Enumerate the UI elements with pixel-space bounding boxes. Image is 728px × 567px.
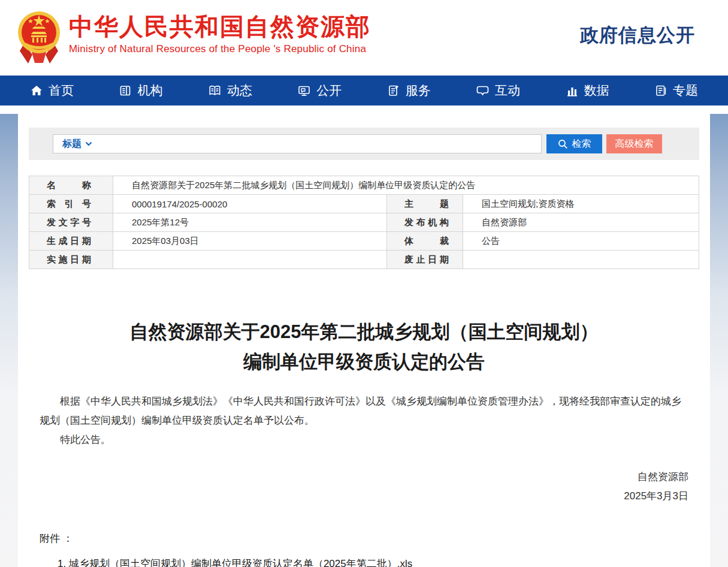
search-button[interactable]: 检索	[546, 134, 602, 153]
site-subtitle: Ministry of Natural Resources of the Peo…	[69, 43, 371, 55]
news-icon	[208, 84, 222, 97]
nav-item-disclosure[interactable]: 公开	[297, 82, 342, 99]
meta-label-index-number: 索引号	[29, 195, 113, 213]
nav-item-home[interactable]: 首页	[30, 82, 74, 99]
search-input[interactable]	[98, 135, 541, 153]
site-header: 中华人民共和国自然资源部 Ministry of Natural Resourc…	[0, 0, 728, 76]
meta-label-doc-number: 发文字号	[29, 213, 113, 232]
nav-label: 首页	[49, 82, 74, 99]
data-icon	[566, 84, 579, 97]
table-row: 索引号 000019174/2025-00020 主题 国土空间规划;资质资格	[29, 195, 699, 213]
meta-value-created-date: 2025年03月03日	[113, 232, 387, 251]
nav-item-organization[interactable]: 机构	[119, 82, 162, 99]
national-emblem-logo	[17, 8, 61, 68]
interaction-icon	[476, 84, 490, 97]
announcement-article: 自然资源部关于2025年第二批城乡规划（国土空间规划）编制单位甲级资质认定的公告…	[18, 317, 710, 567]
meta-value-doc-number: 2025年第12号	[113, 213, 387, 232]
meta-label-created-date: 生成日期	[29, 232, 113, 251]
search-field-label: 标题	[62, 138, 81, 150]
page-title: 自然资源部关于2025年第二批城乡规划（国土空间规划）编制单位甲级资质认定的公告	[128, 317, 601, 376]
table-row: 实施日期 废止日期	[29, 251, 699, 269]
attachments-section: 附件 ： 1. 城乡规划（国土空间规划）编制单位甲级资质认定名单（2025年第二…	[40, 530, 688, 567]
search-field-selector[interactable]: 标题	[53, 138, 98, 150]
signature-date: 2025年3月3日	[40, 487, 688, 506]
search-icon	[558, 139, 568, 149]
article-paragraph: 根据《中华人民共和国城乡规划法》《中华人民共和国行政许可法》以及《城乡规划编制单…	[40, 392, 688, 430]
nav-item-interaction[interactable]: 互动	[476, 82, 520, 99]
nav-label: 机构	[137, 82, 162, 99]
nav-label: 专题	[673, 82, 698, 99]
meta-label-issuing-agency: 发布机构	[387, 213, 463, 232]
nav-label: 公开	[316, 82, 342, 99]
meta-label-repeal-date: 废止日期	[387, 251, 463, 269]
table-row: 名称 自然资源部关于2025年第二批城乡规划（国土空间规划）编制单位甲级资质认定…	[29, 176, 699, 195]
organization-icon	[119, 84, 132, 97]
meta-value-index-number: 000019174/2025-00020	[113, 195, 387, 213]
meta-value-issuing-agency: 自然资源部	[463, 213, 699, 232]
attachment-link-1[interactable]: 1. 城乡规划（国土空间规划）编制单位甲级资质认定名单（2025年第二批）.xl…	[40, 555, 688, 567]
table-row: 发文字号 2025年第12号 发布机构 自然资源部	[29, 213, 699, 232]
meta-value-name: 自然资源部关于2025年第二批城乡规划（国土空间规划）编制单位甲级资质认定的公告	[113, 176, 699, 195]
meta-value-subject: 国土空间规划;资质资格	[463, 195, 699, 213]
attachments-heading: 附件 ：	[40, 530, 688, 548]
topics-icon	[654, 84, 667, 97]
main-navbar: 首页 机构 动态 公开 服务 互动 数据 专题	[0, 76, 728, 105]
signature-org: 自然资源部	[40, 468, 688, 487]
home-icon	[30, 84, 43, 97]
meta-label-subject: 主题	[387, 195, 463, 213]
content-card: 标题 检索 高级检索 名称 自然资源部关于2025年第二批城乡规划（国土空间规划…	[18, 114, 710, 567]
document-meta-table: 名称 自然资源部关于2025年第二批城乡规划（国土空间规划）编制单位甲级资质认定…	[29, 176, 699, 269]
meta-value-repeal-date	[463, 251, 699, 269]
meta-label-genre: 体裁	[387, 232, 463, 251]
meta-label-effective-date: 实施日期	[29, 251, 113, 269]
table-row: 生成日期 2025年03月03日 体裁 公告	[29, 232, 699, 251]
nav-label: 互动	[495, 82, 520, 99]
meta-value-effective-date	[113, 251, 387, 269]
nav-item-data[interactable]: 数据	[566, 82, 609, 99]
section-title-gov-info-disclosure: 政府信息公开	[580, 23, 695, 48]
advanced-search-button[interactable]: 高级检索	[606, 134, 662, 153]
nav-label: 动态	[227, 82, 252, 99]
nav-item-service[interactable]: 服务	[387, 82, 431, 99]
page-background: 标题 检索 高级检索 名称 自然资源部关于2025年第二批城乡规划（国土空间规划…	[0, 114, 728, 567]
search-panel: 标题 检索 高级检索	[29, 128, 699, 160]
search-box: 标题	[53, 134, 542, 153]
nav-item-news[interactable]: 动态	[208, 82, 252, 99]
nav-label: 服务	[406, 82, 431, 99]
nav-label: 数据	[584, 82, 609, 99]
signature-block: 自然资源部 2025年3月3日	[40, 468, 688, 506]
site-title: 中华人民共和国自然资源部	[69, 11, 371, 42]
disclosure-icon	[297, 84, 311, 97]
meta-label-name: 名称	[29, 176, 113, 195]
nav-item-topics[interactable]: 专题	[654, 82, 698, 99]
meta-value-genre: 公告	[463, 232, 699, 251]
search-button-label: 检索	[572, 138, 591, 150]
advanced-search-label: 高级检索	[615, 138, 654, 150]
service-icon	[387, 84, 400, 97]
chevron-down-icon	[85, 141, 92, 146]
article-paragraph: 特此公告。	[40, 430, 688, 450]
